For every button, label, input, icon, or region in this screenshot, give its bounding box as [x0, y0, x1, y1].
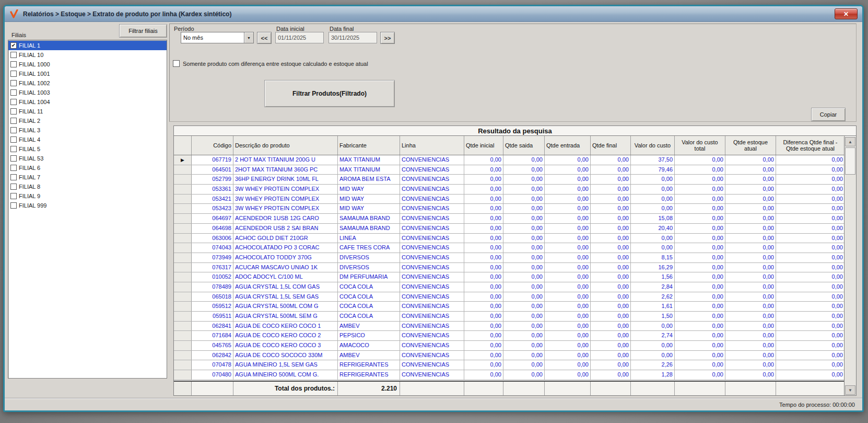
column-header-valor_custo_total[interactable]: Valor do custo total [675, 136, 725, 155]
table-row[interactable]: 070480AGUA MINEIRO 500ML COM G.REFRIGERA… [174, 370, 845, 380]
table-row[interactable]: 062841AGUA DE COCO KERO COCO 1AMBEVCONVE… [174, 322, 845, 331]
scroll-down-button[interactable]: ▼ [845, 385, 855, 395]
filial-item[interactable]: FILIAL 999 [8, 201, 167, 210]
checkbox-icon[interactable] [10, 165, 17, 171]
checkbox-icon[interactable] [10, 193, 17, 199]
filial-item[interactable]: FILIAL 53 [8, 154, 167, 163]
scroll-thumb[interactable] [845, 147, 855, 175]
table-row[interactable]: 064697ACENDEDOR 1USB 12G CAROSAMAUMA BRA… [174, 214, 845, 224]
table-row[interactable]: 064698ACENDEDOR USB 2 SAI BRANSAMAUMA BR… [174, 224, 845, 234]
table-row[interactable]: 0534213W WHEY PROTEIN COMPLEXMID WAYCONV… [174, 195, 845, 204]
checkbox-icon[interactable] [10, 80, 17, 86]
checkbox-icon[interactable]: ✔ [10, 42, 17, 49]
data-final-field[interactable] [329, 32, 377, 43]
column-header-valor_custo[interactable]: Valor do custo [631, 136, 675, 155]
column-header-qtde_entrada[interactable]: Qtde entrada [545, 136, 591, 155]
row-indicator [174, 331, 192, 340]
table-row[interactable]: 0534233W WHEY PROTEIN COMPLEXMID WAYCONV… [174, 204, 845, 214]
filial-item[interactable]: FILIAL 1002 [8, 78, 167, 88]
checkbox-icon[interactable] [10, 52, 17, 58]
filial-item[interactable]: FILIAL 1003 [8, 88, 167, 97]
scroll-up-button[interactable]: ▲ [845, 137, 855, 146]
column-header-descricao[interactable]: Descrição do produto [233, 136, 338, 155]
checkbox-icon[interactable] [10, 136, 17, 143]
table-row[interactable]: 071684AGUA DE COCO KERO COCO 2PEPSICOCON… [174, 331, 845, 341]
copy-button[interactable]: Copiar [811, 108, 846, 121]
table-row[interactable]: 05279936HP ENERGY DRINK 10ML FLAROMA BEM… [174, 175, 845, 185]
close-button[interactable]: ✕ [835, 8, 858, 19]
cell-fabricante: AMACOCO [338, 341, 400, 350]
column-header-qtde_inicial[interactable]: Qtde inicial [464, 136, 503, 155]
checkbox-icon[interactable] [10, 155, 17, 162]
column-header-codigo[interactable]: Código [192, 136, 233, 155]
checkbox-icon[interactable] [10, 174, 17, 180]
cell-qtde_saida: 0,00 [503, 234, 545, 243]
table-row[interactable]: 059512AGUA CRYSTAL 500ML COM GCOCA COLAC… [174, 302, 845, 312]
filial-item[interactable]: FILIAL 9 [8, 191, 167, 201]
table-row[interactable]: 074043ACHOCOLATADO PO 3 CORACCAFE TRES C… [174, 243, 845, 253]
table-row[interactable]: 0645012HOT MAX TITANIUM 360G PCMAX TITAN… [174, 165, 845, 175]
filial-item[interactable]: FILIAL 5 [8, 144, 167, 154]
checkbox-icon[interactable] [10, 61, 17, 67]
filial-item[interactable]: ✔FILIAL 1 [8, 41, 167, 50]
next-period-button[interactable]: >> [380, 32, 395, 44]
filial-item[interactable]: FILIAL 2 [8, 116, 167, 125]
data-inicial-field[interactable] [275, 32, 324, 43]
footer-fabricante: 2.210 [338, 382, 400, 395]
filiais-listbox[interactable]: ✔FILIAL 1FILIAL 10FILIAL 1000FILIAL 1001… [8, 40, 167, 379]
cell-linha: CONVENIENCIAS [400, 195, 464, 204]
column-header-qtde_final[interactable]: Qtde final [591, 136, 631, 155]
filial-item[interactable]: FILIAL 4 [8, 135, 167, 144]
table-row[interactable]: 073949ACHOCOLATO TODDY 370GDIVERSOSCONVE… [174, 253, 845, 263]
filial-item[interactable]: FILIAL 8 [8, 182, 167, 191]
table-row[interactable]: 059511AGUA CRYSTAL 500ML SEM GCOCA COLAC… [174, 312, 845, 322]
filial-item[interactable]: FILIAL 7 [8, 173, 167, 182]
filial-item[interactable]: FILIAL 1004 [8, 97, 167, 107]
table-row[interactable]: 062842AGUA DE COCO SOCOCO 330MAMBEVCONVE… [174, 351, 845, 361]
filter-filiais-button[interactable]: Filtrar filiais [119, 24, 167, 38]
checkbox-icon[interactable] [10, 118, 17, 124]
checkbox-icon[interactable] [10, 89, 17, 96]
prev-period-button[interactable]: << [257, 32, 272, 44]
table-row[interactable]: 063006ACHOC GOLD DIET 210GRLINEACONVENIE… [174, 234, 845, 244]
period-preset-select[interactable]: No mês ▼ [181, 32, 254, 43]
table-scrollbar[interactable]: ▲ ▼ [844, 136, 856, 395]
filial-item[interactable]: FILIAL 10 [8, 50, 167, 60]
checkbox-icon[interactable] [10, 99, 17, 105]
only-diff-checkbox[interactable] [173, 60, 180, 67]
dropdown-arrow-icon[interactable]: ▼ [244, 32, 253, 43]
column-header-qtde_estoque_atual[interactable]: Qtde estoque atual [725, 136, 776, 155]
column-header-qtde_saida[interactable]: Qtde saida [503, 136, 545, 155]
cell-qtde_saida: 0,00 [503, 204, 545, 213]
cell-valor_custo: 1,61 [631, 302, 675, 311]
checkbox-icon[interactable] [10, 127, 17, 133]
cell-linha: CONVENIENCIAS [400, 360, 464, 370]
table-row[interactable]: 010052ADOC ADOCYL C/100 MLDM PERFUMARIAC… [174, 272, 845, 282]
table-row[interactable]: 070478AGUA MINEIRO 1,5L SEM GASREFRIGERA… [174, 360, 845, 370]
table-row[interactable]: 0533613W WHEY PROTEIN COMPLEXMID WAYCONV… [174, 185, 845, 195]
checkbox-icon[interactable] [10, 108, 17, 115]
filter-products-button[interactable]: Filtrar Produtos(Filtrado) [264, 80, 395, 107]
filiais-label: Filiais [11, 32, 26, 38]
table-row[interactable]: 065018AGUA CRYSTAL 1,5L SEM GASCOCA COLA… [174, 292, 845, 302]
process-time-text: Tempo do processo: 00:00:00 [779, 402, 855, 408]
cell-fabricante: COCA COLA [338, 292, 400, 302]
column-header-linha[interactable]: Linha [400, 136, 464, 155]
checkbox-icon[interactable] [10, 71, 17, 77]
table-row[interactable]: 078489AGUA CRYSTAL 1,5L COM GASCOCA COLA… [174, 282, 845, 292]
table-row[interactable]: 045765AGUA DE COCO KERO COCO 3AMACOCOCON… [174, 341, 845, 351]
filial-item[interactable]: FILIAL 6 [8, 163, 167, 173]
checkbox-icon[interactable] [10, 184, 17, 190]
checkbox-icon[interactable] [10, 146, 17, 152]
cell-qtde_saida: 0,00 [503, 360, 545, 370]
table-row[interactable]: 076317ACUCAR MASCAVO UNIAO 1KDIVERSOSCON… [174, 263, 845, 273]
filial-item[interactable]: FILIAL 3 [8, 125, 167, 135]
filial-item[interactable]: FILIAL 11 [8, 107, 167, 116]
filial-item[interactable]: FILIAL 1000 [8, 60, 167, 69]
column-header-diferenca[interactable]: Diferenca Qtde final - Qtde estoque atua… [776, 136, 845, 155]
table-row[interactable]: ▶0677192 HOT MAX TITANIUM 200G UMAX TITA… [174, 155, 845, 165]
cell-codigo: 074043 [192, 243, 233, 253]
checkbox-icon[interactable] [10, 202, 17, 209]
column-header-fabricante[interactable]: Fabricante [338, 136, 400, 155]
filial-item[interactable]: FILIAL 1001 [8, 69, 167, 78]
